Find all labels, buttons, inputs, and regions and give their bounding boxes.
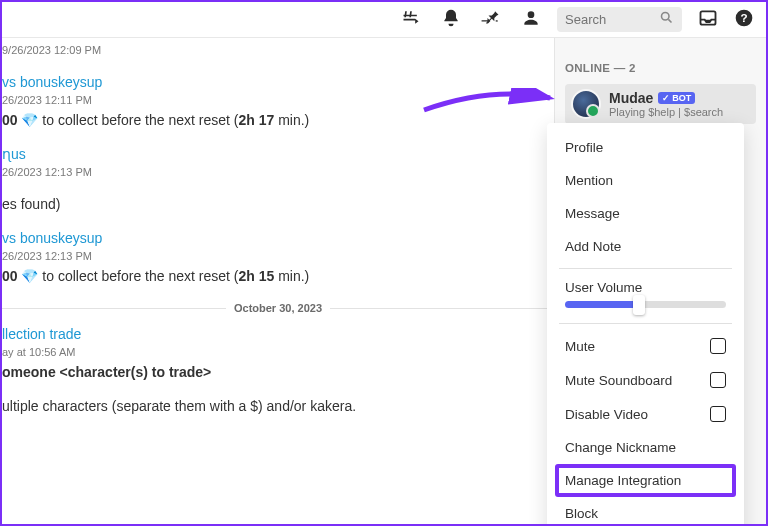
timestamp: 26/2023 12:13 PM [2,250,554,262]
message-text: omeone <character(s) to trade> [2,364,554,380]
help-icon[interactable]: ? [734,8,754,32]
timestamp: 9/26/2023 12:09 PM [2,44,554,56]
menu-mute[interactable]: Mute [555,329,736,363]
message-text: es found) [2,196,554,212]
search-input[interactable] [565,12,659,27]
member-row[interactable]: Mudae ✓ BOT Playing $help | $search [565,84,756,124]
volume-slider[interactable] [555,301,736,318]
members-icon[interactable] [521,8,541,32]
menu-mention[interactable]: Mention [555,164,736,197]
menu-separator [559,268,732,269]
message-header-link[interactable]: vs bonuskeysup [2,230,554,246]
menu-message[interactable]: Message [555,197,736,230]
menu-disable-video[interactable]: Disable Video [555,397,736,431]
threads-icon[interactable] [401,8,421,32]
timestamp: 26/2023 12:13 PM [2,166,554,178]
checkbox[interactable] [710,372,726,388]
checkbox[interactable] [710,338,726,354]
bot-badge: ✓ BOT [658,92,695,104]
menu-block[interactable]: Block [555,497,736,526]
annotation-arrow [422,88,557,118]
checkbox[interactable] [710,406,726,422]
kakera-icon: 💎 [21,112,38,128]
kakera-icon: 💎 [21,268,38,284]
message-text: ultiple characters (separate them with a… [2,398,554,414]
svg-point-0 [662,13,670,21]
user-context-menu: Profile Mention Message Add Note User Vo… [547,123,744,526]
online-heading: ONLINE — 2 [565,62,756,74]
menu-profile[interactable]: Profile [555,131,736,164]
right-icons: ? [698,8,754,32]
menu-manage-integration[interactable]: Manage Integration [555,464,736,497]
pinned-icon[interactable] [481,8,501,32]
menu-separator [559,323,732,324]
user-name: Mudae [609,90,653,106]
message-text: 00 💎 to collect before the next reset (2… [2,268,554,284]
message-header-link[interactable]: llection trade [2,326,554,342]
menu-change-nickname[interactable]: Change Nickname [555,431,736,464]
date-divider: October 30, 2023 [2,302,554,314]
menu-add-note[interactable]: Add Note [555,230,736,263]
user-status: Playing $help | $search [609,106,723,118]
top-bar: ? [2,2,766,38]
timestamp: ay at 10:56 AM [2,346,554,358]
channel-icons [401,8,541,32]
menu-user-volume-label: User Volume [555,274,736,301]
inbox-icon[interactable] [698,8,718,32]
avatar [571,89,601,119]
search-box[interactable] [557,7,682,32]
message-header-link[interactable]: ɳus [2,146,554,162]
search-icon [659,10,674,29]
notifications-icon[interactable] [441,8,461,32]
menu-mute-soundboard[interactable]: Mute Soundboard [555,363,736,397]
svg-text:?: ? [740,11,747,24]
